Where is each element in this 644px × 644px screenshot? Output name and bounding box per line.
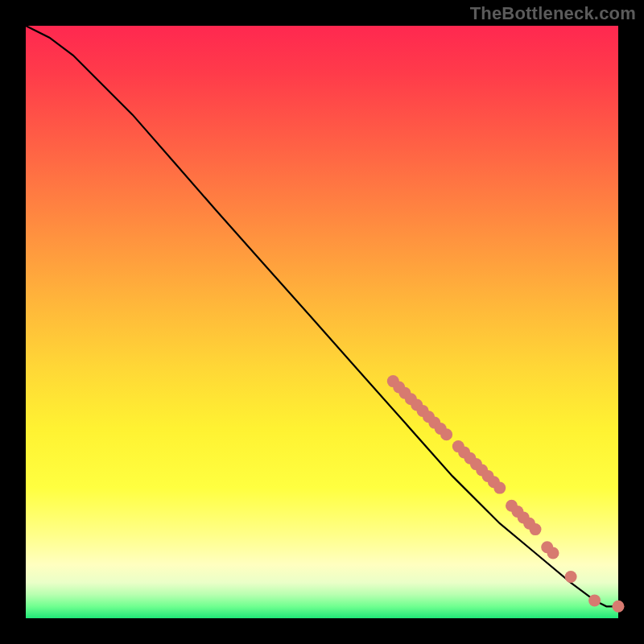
watermark-text: TheBottleneck.com xyxy=(470,3,636,24)
scatter-dot xyxy=(547,547,559,559)
scatter-layer xyxy=(387,375,625,613)
scatter-dot xyxy=(613,601,625,613)
chart-svg xyxy=(26,26,618,618)
plot-area xyxy=(26,26,618,618)
scatter-dot xyxy=(493,482,506,494)
scatter-dot xyxy=(565,571,577,583)
scatter-dot xyxy=(440,428,452,440)
scatter-dot xyxy=(530,523,542,535)
scatter-dot xyxy=(588,594,601,606)
chart-frame: TheBottleneck.com xyxy=(0,0,644,644)
